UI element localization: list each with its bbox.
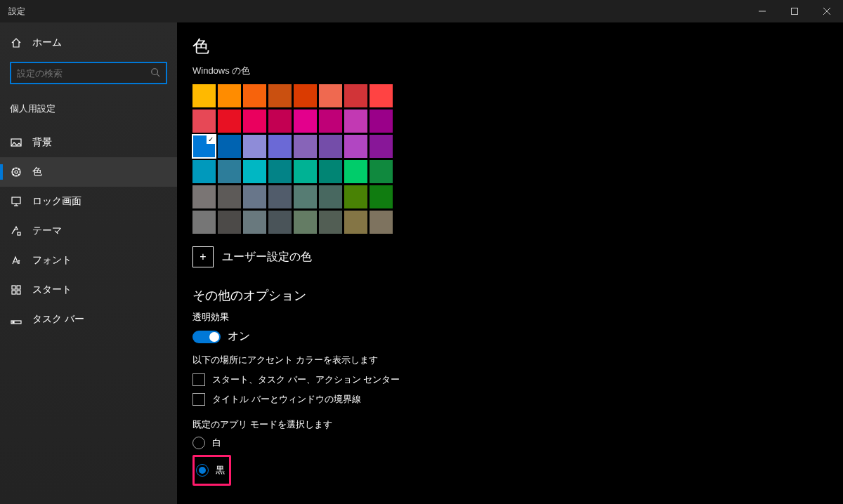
nav-item-4[interactable]: フォント (0, 246, 177, 275)
close-button[interactable] (811, 0, 843, 22)
nav-icon (10, 137, 22, 148)
accent-checkbox-0[interactable]: スタート、タスク バー、アクション センター (192, 373, 828, 386)
nav-item-5[interactable]: スタート (0, 275, 177, 305)
nav-icon (10, 166, 22, 178)
color-swatch[interactable] (268, 84, 292, 107)
svg-point-4 (152, 68, 158, 74)
color-swatch[interactable] (294, 135, 317, 158)
nav-item-6[interactable]: タスク バー (0, 305, 177, 334)
color-swatch[interactable] (294, 160, 317, 183)
color-swatch[interactable] (243, 211, 266, 234)
color-swatch[interactable] (218, 84, 241, 107)
nav-label: ロック画面 (32, 195, 81, 208)
color-swatch[interactable] (370, 160, 393, 183)
search-input[interactable] (10, 62, 167, 84)
svg-point-8 (15, 171, 18, 173)
color-swatch[interactable] (319, 211, 342, 234)
minimize-button[interactable] (746, 0, 778, 22)
checkbox-label: スタート、タスク バー、アクション センター (212, 373, 400, 386)
nav-item-1[interactable]: 色 (0, 157, 177, 187)
page-title: 色 (192, 35, 828, 58)
color-swatch[interactable] (344, 185, 367, 208)
radio-label: 黒 (216, 464, 225, 477)
color-swatch[interactable] (218, 160, 241, 183)
app-mode-radio-0[interactable]: 白 (192, 437, 828, 449)
color-swatch[interactable] (243, 160, 266, 183)
color-swatch[interactable] (192, 110, 216, 133)
color-swatch[interactable] (344, 160, 367, 183)
svg-rect-18 (13, 321, 14, 323)
nav-home[interactable]: ホーム (0, 29, 177, 56)
color-swatch[interactable] (218, 185, 241, 208)
color-swatch[interactable] (319, 110, 342, 133)
color-swatch[interactable] (218, 110, 241, 133)
nav-home-label: ホーム (32, 37, 62, 49)
radio-circle (192, 437, 205, 449)
color-swatch[interactable] (268, 160, 292, 183)
color-swatch[interactable] (319, 185, 342, 208)
radio-label: 白 (212, 437, 221, 449)
color-swatch[interactable] (218, 135, 241, 158)
color-swatch[interactable] (370, 135, 393, 158)
toggle-track (192, 331, 221, 343)
sidebar: ホーム 個人用設定 背景色ロック画面テーマフォントスタートタスク バー (0, 22, 177, 504)
color-swatch[interactable] (268, 135, 292, 158)
color-swatch[interactable] (370, 185, 393, 208)
color-swatch[interactable] (243, 135, 266, 158)
nav-label: 背景 (32, 136, 52, 149)
color-swatch[interactable] (370, 110, 393, 133)
search-field[interactable] (17, 68, 150, 79)
color-swatch[interactable] (370, 84, 393, 107)
app-mode-radio-1[interactable]: 黒 (196, 464, 225, 477)
radio-circle (196, 464, 209, 477)
color-swatch[interactable] (218, 211, 241, 234)
color-swatch[interactable] (344, 211, 367, 234)
color-swatch[interactable] (344, 110, 367, 133)
svg-rect-16 (17, 291, 20, 294)
color-swatch[interactable] (192, 211, 216, 234)
color-swatch[interactable] (294, 211, 317, 234)
custom-color-row[interactable]: + ユーザー設定の色 (192, 246, 828, 267)
color-swatch[interactable]: ✓ (192, 135, 216, 158)
color-swatch[interactable] (243, 185, 266, 208)
color-swatch[interactable] (192, 185, 216, 208)
color-swatch[interactable] (319, 135, 342, 158)
sidebar-category: 個人用設定 (0, 97, 177, 121)
color-swatch[interactable] (319, 84, 342, 107)
color-swatch[interactable] (294, 84, 317, 107)
windows-colors-label: Windows の色 (192, 65, 828, 77)
svg-rect-13 (12, 286, 15, 289)
color-swatch[interactable] (344, 84, 367, 107)
svg-rect-1 (792, 8, 798, 15)
nav-item-3[interactable]: テーマ (0, 216, 177, 246)
nav-item-0[interactable]: 背景 (0, 128, 177, 157)
color-swatch[interactable] (294, 185, 317, 208)
color-swatch[interactable] (344, 135, 367, 158)
nav-item-2[interactable]: ロック画面 (0, 187, 177, 216)
color-swatch[interactable] (294, 110, 317, 133)
transparency-toggle[interactable]: オン (192, 329, 828, 344)
check-icon: ✓ (207, 135, 215, 144)
color-palette: ✓ (192, 84, 393, 234)
accent-checkbox-1[interactable]: タイトル バーとウィンドウの境界線 (192, 393, 828, 406)
color-swatch[interactable] (192, 84, 216, 107)
color-swatch[interactable] (243, 84, 266, 107)
svg-rect-9 (12, 197, 20, 204)
color-swatch[interactable] (243, 110, 266, 133)
nav-icon (10, 225, 22, 237)
color-swatch[interactable] (370, 211, 393, 234)
nav-icon (10, 284, 22, 296)
color-swatch[interactable] (268, 185, 292, 208)
color-swatch[interactable] (268, 211, 292, 234)
maximize-button[interactable] (778, 0, 811, 22)
nav-icon (10, 255, 22, 266)
window-title: 設定 (0, 6, 746, 18)
toggle-knob (209, 332, 219, 342)
color-swatch[interactable] (268, 110, 292, 133)
color-swatch[interactable] (192, 160, 216, 183)
nav-label: スタート (32, 284, 72, 296)
nav-label: テーマ (32, 225, 62, 237)
checkbox-box (192, 373, 205, 386)
color-swatch[interactable] (319, 160, 342, 183)
plus-icon: + (192, 246, 214, 267)
